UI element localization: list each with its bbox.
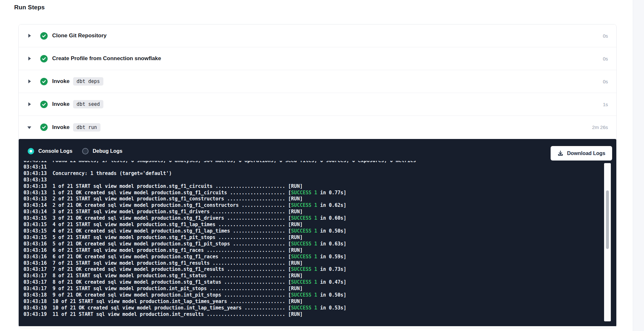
log-line: 03:43:15 4 of 21 START sql view model pr…: [24, 222, 602, 228]
steps-list: Clone Git Repository 0s Create Profile f…: [19, 24, 616, 139]
caret-icon[interactable]: [27, 102, 32, 106]
log-line: 03:43:15 4 of 21 OK created sql view mod…: [24, 228, 602, 234]
caret-icon[interactable]: [27, 56, 32, 61]
caret-icon[interactable]: [27, 125, 32, 130]
log-line: 03:43:11: [24, 164, 602, 170]
log-line: 03:43:14 3 of 21 START sql view model pr…: [24, 209, 602, 215]
log-line: 03:43:13 Concurrency: 1 threads (target=…: [24, 170, 602, 177]
log-line: 03:43:16 7 of 21 START sql view model pr…: [24, 260, 602, 267]
page-title: Run Steps: [14, 4, 45, 11]
radio-unselected-icon[interactable]: [82, 148, 89, 154]
log-line: 03:43:13 1 of 21 START sql view model pr…: [24, 183, 602, 190]
log-line: 03:43:19 11 of 21 START sql view model p…: [24, 311, 602, 318]
success-check-icon: [40, 78, 48, 85]
success-check-icon: [40, 124, 48, 131]
download-logs-label: Download Logs: [567, 151, 605, 156]
download-icon: [557, 150, 564, 156]
step-title: Invoke: [52, 124, 70, 131]
step-command-badge: dbt deps: [73, 77, 103, 86]
log-line: 03:43:16 5 of 21 OK created sql view mod…: [24, 241, 602, 247]
run-step-row[interactable]: Invoke dbt deps 0s: [19, 70, 616, 93]
step-title: Invoke: [52, 78, 70, 85]
page-right-gutter: [633, 0, 644, 331]
step-duration: 0s: [603, 56, 608, 61]
console-scrollbar-track[interactable]: [604, 163, 611, 321]
log-line: 03:43:16 6 of 21 OK created sql view mod…: [24, 254, 602, 260]
step-title: Create Profile from Connection snowflake: [52, 55, 161, 62]
tab-console-logs-label: Console Logs: [38, 148, 72, 154]
log-line: 03:43:17 9 of 21 START sql view model pr…: [24, 286, 602, 292]
log-line: 03:43:13 1 of 21 OK created sql view mod…: [24, 190, 602, 196]
success-check-icon: [40, 55, 48, 62]
console-log-output[interactable]: 03:43:11 Found 21 models, 17 tests, 0 sn…: [24, 161, 602, 324]
step-title: Invoke: [52, 101, 70, 107]
log-line: 03:43:13 2 of 21 START sql view model pr…: [24, 196, 602, 202]
run-step-row[interactable]: Create Profile from Connection snowflake…: [19, 47, 616, 70]
log-line: 03:43:14 2 of 21 OK created sql view mod…: [24, 202, 602, 209]
step-command-badge: dbt seed: [73, 100, 103, 108]
step-duration: 2m 26s: [592, 124, 608, 130]
log-line: 03:43:15 3 of 21 OK created sql view mod…: [24, 215, 602, 222]
console-header: Console Logs Debug Logs Download Logs: [19, 139, 616, 163]
log-line: 03:43:16 6 of 21 START sql view model pr…: [24, 247, 602, 254]
caret-icon[interactable]: [27, 79, 32, 84]
run-steps-card: Clone Git Repository 0s Create Profile f…: [18, 24, 617, 328]
log-line: 03:43:18 9 of 21 OK created sql view mod…: [24, 292, 602, 299]
success-check-icon: [40, 101, 48, 108]
step-command-badge: dbt run: [73, 123, 100, 132]
log-line: 03:43:15 5 of 21 START sql view model pr…: [24, 234, 602, 241]
step-title: Clone Git Repository: [52, 32, 107, 39]
console-scrollbar-thumb[interactable]: [606, 190, 609, 249]
download-logs-button[interactable]: Download Logs: [551, 146, 612, 161]
caret-icon[interactable]: [27, 33, 32, 38]
success-check-icon: [40, 32, 48, 40]
log-line: 03:43:17 8 of 21 OK created sql view mod…: [24, 279, 602, 286]
log-line: 03:43:11 Found 21 models, 17 tests, 0 sn…: [24, 161, 602, 164]
tab-debug-logs-label: Debug Logs: [93, 148, 122, 154]
log-line: 03:43:19 10 of 21 OK created sql view mo…: [24, 305, 602, 311]
console-panel: Console Logs Debug Logs Download Logs 03…: [19, 139, 616, 326]
log-line: 03:43:17 8 of 21 START sql view model pr…: [24, 273, 602, 279]
tab-debug-logs[interactable]: Debug Logs: [82, 148, 122, 154]
radio-selected-icon[interactable]: [28, 148, 34, 154]
step-duration: 0s: [603, 79, 608, 84]
run-step-row[interactable]: Clone Git Repository 0s: [19, 24, 616, 47]
tab-console-logs[interactable]: Console Logs: [28, 148, 72, 154]
run-step-row[interactable]: Invoke dbt run 2m 26s: [19, 116, 616, 139]
log-line: 03:43:18 10 of 21 START sql view model p…: [24, 299, 602, 305]
run-step-row[interactable]: Invoke dbt seed 1s: [19, 93, 616, 116]
log-line: 03:43:13: [24, 177, 602, 183]
step-duration: 1s: [603, 102, 608, 107]
step-duration: 0s: [603, 33, 608, 39]
log-line: 03:43:17 7 of 21 OK created sql view mod…: [24, 266, 602, 273]
